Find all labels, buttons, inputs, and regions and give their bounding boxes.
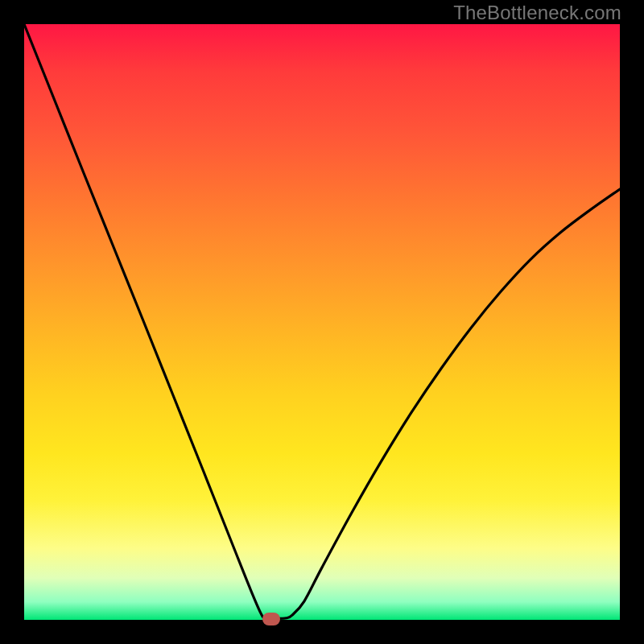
bottleneck-curve bbox=[24, 24, 620, 620]
plot-area bbox=[24, 24, 620, 620]
minimum-marker bbox=[262, 613, 280, 625]
curve-path bbox=[24, 24, 620, 619]
chart-frame: TheBottleneck.com bbox=[0, 0, 644, 644]
watermark-text: TheBottleneck.com bbox=[453, 2, 621, 24]
